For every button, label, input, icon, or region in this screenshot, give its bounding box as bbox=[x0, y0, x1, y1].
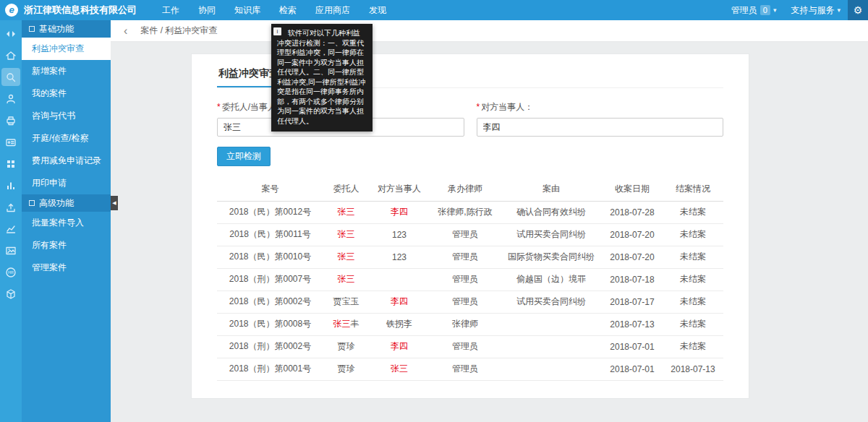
breadcrumb: ‹ 案件 / 利益冲突审查 bbox=[111, 20, 868, 42]
user-menu[interactable]: 管理员 0 ▾ bbox=[724, 0, 784, 20]
cell-client: 张三 bbox=[323, 223, 369, 246]
check-now-button[interactable]: 立即检测 bbox=[217, 147, 271, 166]
sidebar-item-0-6[interactable]: 用印申请 bbox=[22, 172, 111, 194]
apps-icon[interactable] bbox=[1, 155, 20, 173]
cell-date: 2018-07-17 bbox=[602, 290, 663, 313]
gallery-icon[interactable] bbox=[1, 241, 20, 259]
sidebar-item-0-4[interactable]: 开庭/侦查/检察 bbox=[22, 127, 111, 150]
sidebar-collapse-handle[interactable]: ◀ bbox=[111, 196, 118, 210]
sidebar-item-0-0[interactable]: 利益冲突审查 bbox=[22, 38, 111, 60]
menu-item-3[interactable]: 知识库 bbox=[225, 0, 270, 20]
table-row[interactable]: 2018（民）第0008号张三丰铁拐李张律师2018-07-13未结案 bbox=[217, 313, 723, 335]
content-area: 利益冲突审查i *委托人/当事人： *对方当事人： 立即检测 bbox=[111, 42, 868, 422]
svg-text:HR: HR bbox=[8, 270, 14, 275]
cell-status: 未结案 bbox=[663, 290, 723, 313]
settings-gear-icon[interactable]: ⚙ bbox=[848, 0, 868, 20]
sidebar-item-1-1[interactable]: 所有案件 bbox=[22, 234, 111, 257]
cube-icon[interactable] bbox=[1, 285, 20, 303]
cell-cause: 偷越国（边）境罪 bbox=[501, 268, 602, 290]
idcard-icon[interactable] bbox=[1, 133, 20, 151]
table-row[interactable]: 2018（民）第0010号张三123管理员国际货物买卖合同纠纷2018-07-2… bbox=[217, 246, 723, 268]
sidebar-item-0-5[interactable]: 费用减免申请记录 bbox=[22, 150, 111, 172]
cell-lawyer: 管理员 bbox=[430, 290, 501, 313]
cell-cause: 国际货物买卖合同纠纷 bbox=[501, 246, 602, 268]
cell-date: 2018-07-28 bbox=[602, 201, 663, 223]
table-row[interactable]: 2018（民）第0012号张三李四张律师,陈行政确认合同有效纠纷2018-07-… bbox=[217, 201, 723, 223]
column-header: 承办律师 bbox=[430, 178, 501, 201]
cell-date: 2018-07-01 bbox=[602, 335, 663, 358]
cell-case-no: 2018（民）第0010号 bbox=[217, 246, 323, 268]
upload-icon[interactable] bbox=[1, 198, 20, 216]
sidebar-item-1-0[interactable]: 批量案件导入 bbox=[22, 212, 111, 234]
cell-date: 2018-07-01 bbox=[602, 358, 663, 380]
cell-status: 未结案 bbox=[663, 268, 723, 290]
column-header: 对方当事人 bbox=[369, 178, 430, 201]
sidebar-item-1-2[interactable]: 管理案件 bbox=[22, 257, 111, 279]
cell-client: 贾宝玉 bbox=[323, 290, 369, 313]
section-square-icon bbox=[29, 200, 35, 206]
home-icon[interactable] bbox=[1, 46, 20, 64]
company-name: 浙江律联信息科技有限公司 bbox=[24, 4, 137, 17]
results-table: 案号委托人对方当事人承办律师案由收案日期结案情况 2018（民）第0012号张三… bbox=[217, 178, 723, 381]
column-header: 收案日期 bbox=[602, 178, 663, 201]
column-header: 结案情况 bbox=[663, 178, 723, 201]
required-asterisk: * bbox=[217, 102, 221, 112]
tooltip-text: 软件可对以下几种利益冲突进行检测：一、双重代理型利益冲突，同一律师在同一案件中为… bbox=[277, 28, 367, 126]
menu-item-6[interactable]: 发现 bbox=[359, 0, 396, 20]
search-icon[interactable] bbox=[1, 68, 20, 86]
cell-case-no: 2018（民）第0008号 bbox=[217, 313, 323, 335]
collapse-arrows-icon[interactable] bbox=[1, 25, 20, 43]
opponent-input[interactable] bbox=[477, 118, 724, 137]
app-window: e 浙江律联信息科技有限公司 工作协同知识库检索应用商店发现 管理员 0 ▾ 支… bbox=[0, 0, 868, 422]
cell-opponent: 李四 bbox=[369, 201, 430, 223]
cell-status: 未结案 bbox=[663, 313, 723, 335]
tab-label: 利益冲突审查 bbox=[218, 67, 279, 79]
cell-opponent bbox=[369, 268, 430, 290]
cell-client: 贾珍 bbox=[323, 335, 369, 358]
column-header: 委托人 bbox=[323, 178, 369, 201]
menu-item-2[interactable]: 协同 bbox=[189, 0, 225, 20]
notification-badge: 0 bbox=[760, 5, 770, 15]
app-logo-icon: e bbox=[5, 4, 18, 17]
cell-opponent: 123 bbox=[369, 223, 430, 246]
sidebar-item-0-1[interactable]: 新增案件 bbox=[22, 60, 111, 82]
opponent-field-label: *对方当事人： bbox=[477, 101, 724, 113]
cell-status: 未结案 bbox=[663, 246, 723, 268]
sidebar-item-0-2[interactable]: 我的案件 bbox=[22, 82, 111, 105]
menu-item-4[interactable]: 检索 bbox=[270, 0, 306, 20]
sidebar-item-0-3[interactable]: 咨询与代书 bbox=[22, 105, 111, 127]
support-menu[interactable]: 支持与服务 ▾ bbox=[783, 0, 848, 20]
chart-icon[interactable] bbox=[1, 220, 20, 238]
user-icon[interactable] bbox=[1, 90, 20, 108]
cell-client: 张三 bbox=[323, 268, 369, 290]
table-row[interactable]: 2018（刑）第0001号贾珍张三管理员2018-07-012018-07-13 bbox=[217, 358, 723, 380]
top-navbar: e 浙江律联信息科技有限公司 工作协同知识库检索应用商店发现 管理员 0 ▾ 支… bbox=[0, 0, 868, 20]
cell-cause bbox=[501, 335, 602, 358]
table-row[interactable]: 2018（刑）第0002号贾珍李四管理员2018-07-01未结案 bbox=[217, 335, 723, 358]
menu-item-1[interactable]: 工作 bbox=[153, 0, 189, 20]
required-asterisk: * bbox=[477, 102, 480, 112]
cell-status: 未结案 bbox=[663, 201, 723, 223]
icon-strip: HR bbox=[0, 20, 22, 422]
table-row[interactable]: 2018（民）第0002号贾宝玉李四管理员试用买卖合同纠纷2018-07-17未… bbox=[217, 290, 723, 313]
menu-section-header-1[interactable]: 高级功能◀ bbox=[22, 194, 111, 212]
cell-lawyer: 管理员 bbox=[430, 268, 501, 290]
cell-date: 2018-07-13 bbox=[602, 313, 663, 335]
cell-client: 张三 bbox=[323, 201, 369, 223]
menu-section-header-0[interactable]: 基础功能 bbox=[22, 20, 111, 38]
section-header-label: 基础功能 bbox=[39, 20, 74, 38]
hr-icon[interactable]: HR bbox=[1, 263, 20, 281]
cell-case-no: 2018（刑）第0002号 bbox=[217, 335, 323, 358]
table-row[interactable]: 2018（刑）第0007号张三管理员偷越国（边）境罪2018-07-18未结案 bbox=[217, 268, 723, 290]
chevron-down-icon: ▾ bbox=[773, 7, 777, 14]
table-row[interactable]: 2018（民）第0011号张三123管理员试用买卖合同纠纷2018-07-20未… bbox=[217, 223, 723, 246]
main-menu: 工作协同知识库检索应用商店发现 bbox=[153, 0, 396, 20]
back-chevron-icon[interactable]: ‹ bbox=[111, 20, 135, 42]
print-icon[interactable] bbox=[1, 111, 20, 129]
stats-icon[interactable] bbox=[1, 176, 20, 194]
cell-date: 2018-07-20 bbox=[602, 246, 663, 268]
tooltip: i 软件可对以下几种利益冲突进行检测：一、双重代理型利益冲突，同一律师在同一案件… bbox=[271, 24, 373, 132]
menu-item-5[interactable]: 应用商店 bbox=[306, 0, 359, 20]
cell-status: 未结案 bbox=[663, 223, 723, 246]
section-header-label: 高级功能 bbox=[39, 194, 74, 212]
